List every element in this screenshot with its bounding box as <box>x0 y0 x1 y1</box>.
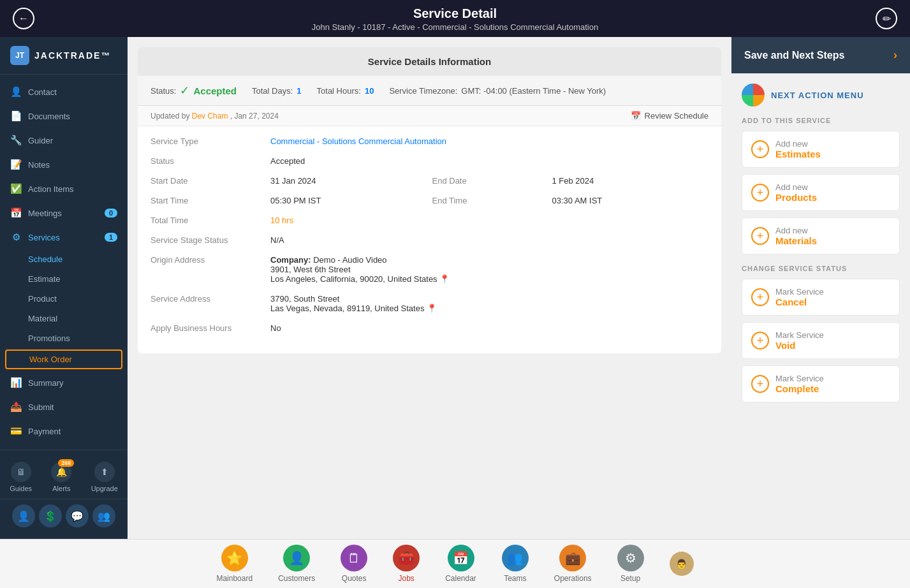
operations-icon: 💼 <box>559 545 586 571</box>
sidebar-item-guider[interactable]: 🔧 Guider <box>0 128 128 152</box>
payment-icon: 💳 <box>10 425 22 437</box>
sidebar-item-payment[interactable]: 💳 Payment <box>0 419 128 443</box>
next-action-header: NEXT ACTION MENU <box>742 84 900 107</box>
sidebar-item-services[interactable]: ⚙ Services 1 <box>0 225 128 249</box>
bottom-nav: ⭐ Mainboard 👤 Customers 🗒 Quotes 🧰 Jobs … <box>0 539 910 588</box>
origin-map-pin: 📍 <box>439 274 450 284</box>
sidebar-item-meetings[interactable]: 📅 Meetings 0 <box>0 201 128 225</box>
nav-tab-teams[interactable]: 👥 Teams <box>502 545 529 583</box>
sidebar-item-submit[interactable]: 📤 Submit <box>0 395 128 419</box>
add-materials-card[interactable]: + Add new Materials <box>742 217 900 254</box>
plus-icon: + <box>751 332 769 349</box>
sidebar-alerts-btn[interactable]: 🔔 268 Alerts <box>51 462 71 492</box>
guider-icon: 🔧 <box>10 135 22 146</box>
updated-row: Updated by Dev Cham , Jan 27, 2024 📅 Rev… <box>138 106 721 126</box>
end-time-value: 03:30 AM IST <box>552 196 709 205</box>
contact-icon: 👤 <box>10 86 22 98</box>
add-section-label: ADD TO THIS SERVICE <box>742 117 900 124</box>
notes-icon: 📝 <box>10 159 22 170</box>
total-hours-item: Total Hours: 10 <box>317 86 374 96</box>
status-field-value: Accepted <box>270 156 708 166</box>
group-icon-btn[interactable]: 👥 <box>92 504 115 527</box>
plus-icon: + <box>751 140 769 158</box>
sidebar-item-summary[interactable]: 📊 Summary <box>0 371 128 395</box>
sidebar-logo: JT JACKTRADE™ <box>0 37 128 75</box>
save-next-button[interactable]: Save and Next Steps › <box>731 37 910 73</box>
action-items-icon: ✅ <box>10 183 22 195</box>
services-badge: 1 <box>105 233 117 242</box>
business-hours-label: Apply Business Hours <box>150 323 265 333</box>
origin-address-label: Origin Address <box>150 255 265 265</box>
sidebar-subitem-schedule[interactable]: Schedule <box>0 249 128 269</box>
detail-row-service-address: Service Address 3790, South Street Las V… <box>150 294 708 313</box>
right-panel: Save and Next Steps › NEXT ACTION MENU A… <box>731 37 910 539</box>
total-time-label: Total Time <box>150 216 265 225</box>
setup-icon: ⚙ <box>617 545 644 571</box>
chat-icon-btn[interactable]: 💬 <box>66 504 89 527</box>
service-address-label: Service Address <box>150 294 265 304</box>
detail-row-dates: Start Date 31 Jan 2024 End Date 1 Feb 20… <box>150 176 708 186</box>
page-subtitle: John Stanly - 10187 - Active - Commercia… <box>0 22 910 32</box>
sidebar-upgrade-btn[interactable]: ⬆ Upgrade <box>91 462 118 492</box>
sidebar-subitem-promotions[interactable]: Promotions <box>0 328 128 348</box>
end-date-label: End Date <box>432 176 547 186</box>
service-map-pin: 📍 <box>427 304 437 313</box>
edit-button[interactable]: ✏ <box>876 8 897 29</box>
sidebar-subitem-material[interactable]: Material <box>0 309 128 328</box>
updater-name: Dev Cham <box>192 112 228 121</box>
sidebar-item-notes[interactable]: 📝 Notes <box>0 152 128 177</box>
nav-tab-jobs[interactable]: 🧰 Jobs <box>393 545 420 583</box>
sidebar-item-action-items[interactable]: ✅ Action Items <box>0 177 128 201</box>
nav-tab-customers[interactable]: 👤 Customers <box>278 545 315 583</box>
mark-cancel-card[interactable]: + Mark Service Cancel <box>742 279 900 316</box>
nav-tab-mainboard[interactable]: ⭐ Mainboard <box>216 545 253 583</box>
mark-void-card[interactable]: + Mark Service Void <box>742 322 900 359</box>
nav-tab-setup[interactable]: ⚙ Setup <box>617 545 644 583</box>
service-type-value: Commercial - Solutions Commercial Automa… <box>270 136 708 146</box>
meetings-badge: 0 <box>105 209 117 217</box>
review-schedule-link[interactable]: 📅 Review Schedule <box>631 111 708 121</box>
nav-tab-quotes[interactable]: 🗒 Quotes <box>341 545 367 583</box>
alerts-icon: 🔔 268 <box>51 462 71 482</box>
calendar-icon: 📅 <box>448 545 474 571</box>
chevron-right-icon: › <box>893 48 897 62</box>
page-title: Service Detail <box>0 6 910 21</box>
service-type-label: Service Type <box>150 136 265 146</box>
detail-row-origin-address: Origin Address Company: Demo - Audio Vid… <box>150 255 708 284</box>
dollar-icon-btn[interactable]: 💲 <box>39 504 62 527</box>
status-label: Status <box>150 156 265 166</box>
change-status-section: CHANGE SERVICE STATUS + Mark Service Can… <box>742 265 900 402</box>
sidebar-item-contact[interactable]: 👤 Contact <box>0 80 128 104</box>
jobs-icon: 🧰 <box>393 545 420 571</box>
timezone-value: GMT: -04:00 (Eastern Time - New York) <box>461 86 606 96</box>
start-date-value: 31 Jan 2024 <box>270 176 427 186</box>
back-button[interactable]: ← <box>13 8 34 29</box>
total-days-value: 1 <box>297 86 301 96</box>
detail-row-service-type: Service Type Commercial - Solutions Comm… <box>150 136 708 146</box>
service-address-value: 3790, South Street Las Vegas, Nevada, 89… <box>270 294 708 313</box>
mainboard-icon: ⭐ <box>221 545 248 571</box>
sidebar-subitem-estimate[interactable]: Estimate <box>0 269 128 289</box>
stage-status-label: Service Stage Status <box>150 235 265 245</box>
plus-icon: + <box>751 288 769 306</box>
add-products-card[interactable]: + Add new Products <box>742 174 900 211</box>
stage-status-value: N/A <box>270 235 708 245</box>
sidebar-subitem-product[interactable]: Product <box>0 289 128 309</box>
end-time-label: End Time <box>432 196 547 205</box>
sidebar-guides-btn[interactable]: 🖥 Guides <box>10 462 32 492</box>
sidebar-subitem-work-order[interactable]: Work Order <box>5 349 122 369</box>
plus-icon: + <box>751 184 769 202</box>
summary-icon: 📊 <box>10 377 22 388</box>
detail-row-times: Start Time 05:30 PM IST End Time 03:30 A… <box>150 196 708 205</box>
nav-tab-operations[interactable]: 💼 Operations <box>554 545 592 583</box>
detail-row-status: Status Accepted <box>150 156 708 166</box>
nav-tab-calendar[interactable]: 📅 Calendar <box>445 545 476 583</box>
documents-icon: 📄 <box>10 110 22 122</box>
sidebar-item-documents[interactable]: 📄 Documents <box>0 104 128 128</box>
profile-avatar[interactable]: 👨 <box>670 552 694 576</box>
user-icon-btn[interactable]: 👤 <box>12 504 35 527</box>
add-estimates-card[interactable]: + Add new Estimates <box>742 131 900 168</box>
change-status-label: CHANGE SERVICE STATUS <box>742 265 900 272</box>
detail-row-stage-status: Service Stage Status N/A <box>150 235 708 245</box>
mark-complete-card[interactable]: + Mark Service Complete <box>742 365 900 402</box>
